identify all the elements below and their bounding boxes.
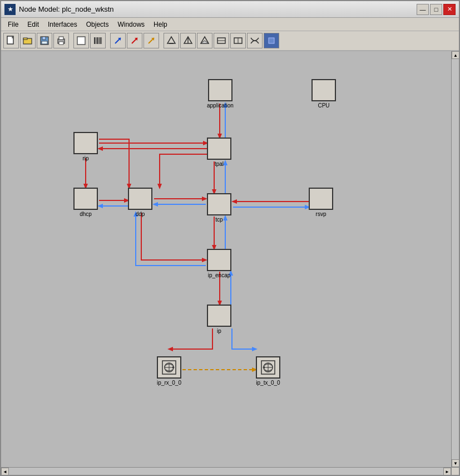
svg-rect-13 [98,37,99,44]
ddp-label: ddp [136,211,145,217]
tool6-button[interactable] [247,33,263,48]
cpu-box[interactable] [311,79,336,101]
menu-help[interactable]: Help [149,19,172,30]
svg-marker-65 [231,199,237,204]
scrollbar-horizontal[interactable]: ◄ ► [1,467,451,475]
canvas-container: application CPU rip tpal dhcp [1,51,459,475]
svg-rect-12 [97,37,98,44]
scroll-h-track[interactable] [9,468,443,475]
svg-rect-2 [23,38,27,40]
scrollbar-vertical[interactable]: ▲ ▼ [451,51,459,467]
application-label: application [207,102,234,109]
svg-rect-7 [59,37,63,40]
dhcp-box[interactable] [73,188,98,210]
open-button[interactable] [20,33,36,48]
ip-rx-box[interactable] [157,356,181,379]
svg-marker-73 [252,347,258,351]
node-application[interactable]: application [207,79,234,109]
svg-marker-22 [167,37,175,43]
tcp-box[interactable] [207,193,231,215]
menu-edit[interactable]: Edit [23,19,43,30]
title-bar-left: ★ Node Model: plc_node_wkstn [4,4,114,15]
tool7-button[interactable] [264,33,279,48]
ddp-box[interactable] [128,188,152,210]
ip-tx-label: ip_tx_0_0 [256,380,280,386]
node-rsvp[interactable]: rsvp [309,188,333,217]
menu-interfaces[interactable]: Interfaces [43,19,82,30]
scroll-right-button[interactable]: ► [443,468,451,475]
title-controls: — □ ✕ [417,4,456,15]
scroll-up-button[interactable]: ▲ [452,51,459,59]
svg-rect-10 [94,37,95,44]
node-ip-tx[interactable]: ip_tx_0_0 [256,356,280,386]
svg-rect-15 [101,37,102,44]
tpal-box[interactable] [207,138,231,160]
application-box[interactable] [208,79,233,101]
tool1-button[interactable] [164,33,179,48]
ip-tx-box[interactable] [256,356,280,379]
tool5-button[interactable] [230,33,246,48]
arrow1-button[interactable] [110,33,126,48]
node-tcp[interactable]: tcp [207,193,231,223]
menu-bar: File Edit Interfaces Objects Windows Hel… [1,18,459,31]
save-button[interactable] [37,33,52,48]
menu-objects[interactable]: Objects [82,19,113,30]
node-ip[interactable]: ip [207,305,231,334]
title-bar: ★ Node Model: plc_node_wkstn — □ ✕ [1,1,459,18]
minimize-button[interactable]: — [417,4,429,15]
arrow3-button[interactable] [144,33,159,48]
svg-rect-5 [42,41,47,44]
new-button[interactable] [3,33,19,48]
cpu-label: CPU [318,102,329,109]
svg-marker-52 [152,202,158,207]
svg-marker-39 [97,146,103,151]
node-tpal[interactable]: tpal [207,138,231,167]
tcp-label: tcp [215,217,222,223]
svg-marker-42 [157,184,162,189]
close-button[interactable]: ✕ [443,4,456,15]
maximize-button[interactable]: □ [430,4,442,15]
svg-rect-11 [96,37,96,44]
ip-box[interactable] [207,305,231,327]
tool2-button[interactable] [180,33,196,48]
rip-label: rip [82,155,88,161]
arrow2-button[interactable] [127,33,142,48]
ip-encap-label: ip_encap [208,272,231,278]
app-icon: ★ [4,4,16,15]
ip-encap-box[interactable] [207,249,231,271]
svg-rect-33 [269,38,274,43]
rsvp-box[interactable] [309,188,333,210]
node-ip-rx[interactable]: ip_rx_0_0 [157,356,181,386]
svg-rect-9 [77,37,85,45]
svg-rect-4 [42,37,46,40]
main-window: ★ Node Model: plc_node_wkstn — □ ✕ File … [0,0,460,476]
tpal-label: tpal [215,161,224,167]
tool3-button[interactable] [197,33,212,48]
barcode-button[interactable] [90,33,106,48]
tool4-button[interactable] [214,33,229,48]
ip-rx-label: ip_rx_0_0 [157,380,181,386]
node-ddp[interactable]: ddp [128,188,152,217]
print-button[interactable] [53,33,69,48]
menu-file[interactable]: File [3,19,23,30]
scrollbar-corner [451,467,459,475]
window-title: Node Model: plc_node_wkstn [19,5,114,13]
ip-label: ip [217,328,221,334]
toolbar [1,31,459,51]
dhcp-label: dhcp [80,211,92,217]
svg-marker-72 [167,347,173,351]
svg-rect-14 [100,37,101,44]
scroll-v-track[interactable] [452,59,459,459]
node-rip[interactable]: rip [73,132,98,161]
rip-box[interactable] [73,132,98,154]
select-button[interactable] [73,33,89,48]
svg-rect-8 [59,42,63,45]
svg-marker-57 [97,204,103,208]
node-cpu[interactable]: CPU [311,79,336,109]
scroll-down-button[interactable]: ▼ [452,459,459,467]
scroll-left-button[interactable]: ◄ [1,468,9,475]
node-dhcp[interactable]: dhcp [73,188,98,217]
node-ip-encap[interactable]: ip_encap [207,249,231,278]
canvas-area[interactable]: application CPU rip tpal dhcp [1,51,451,467]
menu-windows[interactable]: Windows [113,19,149,30]
